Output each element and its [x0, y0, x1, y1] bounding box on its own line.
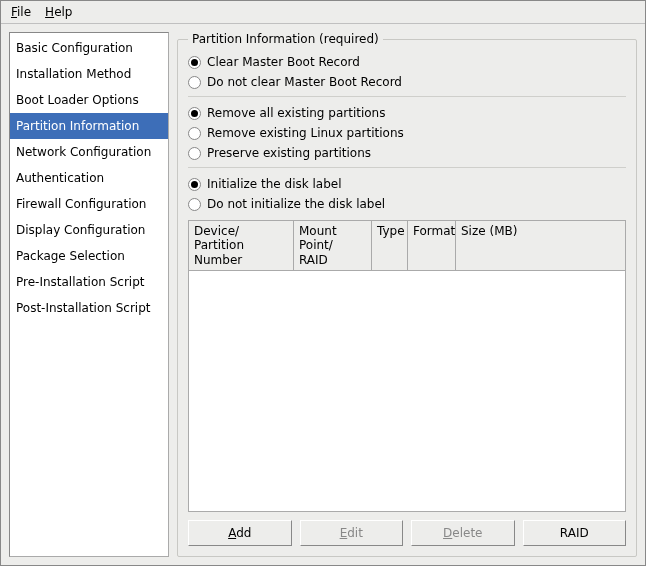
divider [188, 96, 626, 97]
radio-init-label[interactable]: Initialize the disk label [188, 174, 626, 194]
radio-preserve[interactable]: Preserve existing partitions [188, 143, 626, 163]
button-row: Add Edit Delete RAID [188, 520, 626, 546]
sidebar-item-post-installation-script[interactable]: Post-Installation Script [10, 295, 168, 321]
table-header-row: Device/ Partition Number Mount Point/ RA… [189, 221, 625, 271]
sidebar-item-basic-configuration[interactable]: Basic Configuration [10, 35, 168, 61]
menubar: File Help [1, 1, 645, 24]
group-legend: Partition Information (required) [188, 32, 383, 46]
partition-table[interactable]: Device/ Partition Number Mount Point/ RA… [188, 220, 626, 512]
sidebar: Basic ConfigurationInstallation MethodBo… [9, 32, 169, 557]
radio-icon [188, 56, 201, 69]
radio-clear-mbr[interactable]: Clear Master Boot Record [188, 52, 626, 72]
radio-icon [188, 147, 201, 160]
col-mount[interactable]: Mount Point/ RAID [294, 221, 372, 270]
radio-remove-all[interactable]: Remove all existing partitions [188, 103, 626, 123]
sidebar-item-firewall-configuration[interactable]: Firewall Configuration [10, 191, 168, 217]
col-type[interactable]: Type [372, 221, 408, 270]
sidebar-item-display-configuration[interactable]: Display Configuration [10, 217, 168, 243]
sidebar-item-partition-information[interactable]: Partition Information [10, 113, 168, 139]
radio-icon [188, 76, 201, 89]
col-format[interactable]: Format [408, 221, 456, 270]
menu-file[interactable]: File [11, 5, 31, 19]
radio-icon [188, 127, 201, 140]
edit-button[interactable]: Edit [300, 520, 404, 546]
content: Basic ConfigurationInstallation MethodBo… [1, 24, 645, 565]
table-body [189, 271, 625, 511]
menu-help[interactable]: Help [45, 5, 72, 19]
sidebar-item-pre-installation-script[interactable]: Pre-Installation Script [10, 269, 168, 295]
sidebar-item-boot-loader-options[interactable]: Boot Loader Options [10, 87, 168, 113]
sidebar-item-authentication[interactable]: Authentication [10, 165, 168, 191]
radio-icon [188, 107, 201, 120]
col-size[interactable]: Size (MB) [456, 221, 625, 270]
radio-no-init-label[interactable]: Do not initialize the disk label [188, 194, 626, 214]
sidebar-item-installation-method[interactable]: Installation Method [10, 61, 168, 87]
radio-remove-linux[interactable]: Remove existing Linux partitions [188, 123, 626, 143]
radio-icon [188, 198, 201, 211]
sidebar-item-network-configuration[interactable]: Network Configuration [10, 139, 168, 165]
raid-button[interactable]: RAID [523, 520, 627, 546]
col-device[interactable]: Device/ Partition Number [189, 221, 294, 270]
radio-icon [188, 178, 201, 191]
partition-info-group: Partition Information (required) Clear M… [177, 32, 637, 557]
add-button[interactable]: Add [188, 520, 292, 546]
delete-button[interactable]: Delete [411, 520, 515, 546]
radio-no-clear-mbr[interactable]: Do not clear Master Boot Record [188, 72, 626, 92]
divider [188, 167, 626, 168]
sidebar-item-package-selection[interactable]: Package Selection [10, 243, 168, 269]
main-panel: Partition Information (required) Clear M… [177, 32, 637, 557]
